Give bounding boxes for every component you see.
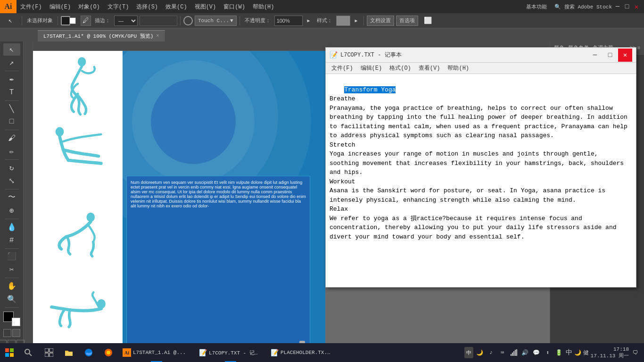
document-canvas[interactable]: Num doloreetum ven sequam ver suscipisti… [33,51,325,348]
notepad-title-bar[interactable]: 📝 L7COPY.TXT - 记事本 ─ □ ✕ [326,48,636,63]
workspace-label[interactable]: 基本功能 [526,3,547,10]
menu-effect[interactable]: 效果(C) [162,0,191,13]
menu-object[interactable]: 对象(O) [74,0,104,13]
illustrator-taskbar[interactable]: Ai L7START_1.Ai @... [119,343,194,362]
eyedropper-tool[interactable]: 💧 [3,221,20,233]
notepad-help-menu[interactable]: 帮助(H) [444,63,473,74]
notepad-format-menu[interactable]: 格式(O) [386,63,415,74]
maximize-button[interactable]: □ [623,3,631,10]
doc-settings-button[interactable]: 文档设置 [367,16,394,26]
line-pranayama3: to facilitating mental calm, when used a… [330,123,627,130]
tab-close-button[interactable]: × [156,33,159,39]
gradient-tool[interactable]: ⬛ [3,250,20,263]
taskview-button[interactable] [40,343,58,362]
notepad-view-menu[interactable]: 查看(V) [415,63,444,74]
document-tab[interactable]: L7START_1.Ai* @ 100% (CMYK/GPU 预览) × [38,30,165,41]
notepad-maximize-button[interactable]: □ [603,49,617,62]
rotate-tool[interactable]: ↻ [3,162,20,174]
notepad-window[interactable]: 📝 L7COPY.TXT - 记事本 ─ □ ✕ 文件(F) 编辑(E) 格式(… [325,47,636,288]
stroke-width-input[interactable] [140,16,177,26]
battery-icon[interactable]: 🔋 [554,348,564,357]
notepad-file-menu[interactable]: 文件(F) [328,63,357,74]
pen-tool[interactable]: ✒ [3,73,20,85]
start-button[interactable] [0,343,19,362]
ruler-vertical [24,41,33,348]
scissors-tool[interactable]: ✂ [3,263,20,276]
stamp-icon[interactable]: ⬜ [424,16,432,25]
menu-edit[interactable]: 编辑(E) [46,0,75,13]
close-button[interactable]: ✕ [633,3,640,10]
color-switcher[interactable] [3,312,20,326]
network-tray-icon[interactable] [509,348,519,357]
pencil-tool[interactable]: ✏ [3,145,20,157]
edge-icon [84,348,93,357]
touch-button[interactable]: Touch C... ▼ [195,16,237,26]
scale-tool[interactable]: ⤡ [3,175,20,187]
brush-icon[interactable]: 🖊 [81,16,91,26]
paintbrush-tool[interactable]: 🖌 [3,132,20,144]
edge-taskbar[interactable] [79,343,98,362]
notepad-edit-menu[interactable]: 编辑(E) [357,63,386,74]
hand-tool[interactable]: ✋ [3,280,20,292]
extra-tray-icon[interactable]: ⬆ [543,348,553,357]
browser-taskbar[interactable] [99,343,118,362]
preferences-button[interactable]: 首选项 [396,16,418,26]
direct-select-tool[interactable]: ↗ [3,57,20,69]
notepad1-taskbar-icon: 📝 [199,349,207,357]
toolbar: ↖ 未选择对象 🖊 描边： — Touch C... ▼ 不透明度： ▶ 样式：… [0,13,644,28]
blend-tool[interactable]: ⊕ [3,205,20,217]
type-tool[interactable]: T [3,86,20,99]
normal-mode-btn[interactable] [3,329,11,337]
select-tool[interactable]: ↖ [3,43,20,56]
keyboard-icon[interactable]: ⌨ [498,348,507,357]
opacity-label: 不透明度： [243,15,272,26]
notepad-minimize-button[interactable]: ─ [588,49,602,62]
tool-divider9 [5,307,19,308]
stroke-color-swatch[interactable] [69,17,76,24]
menu-help[interactable]: 帮助(H) [249,0,278,13]
style-swatch[interactable] [336,16,350,26]
tool-divider2 [5,100,19,101]
menu-text[interactable]: 文字(T) [104,0,133,13]
mask-mode-btn[interactable] [12,329,20,337]
file-explorer-taskbar[interactable] [59,343,78,362]
menu-file[interactable]: 文件(F) [17,0,46,13]
tool-divider8 [5,278,19,278]
menu-window[interactable]: 窗口(W) [220,0,249,13]
style-arrow-icon[interactable]: ▶ [352,16,361,26]
menu-select[interactable]: 选择(S) [132,0,162,13]
ime-cn-label[interactable]: 中 [566,348,572,357]
lorem-text-box[interactable]: Num doloreetum ven sequam ver suscipisti… [126,176,310,348]
wechat-tray-icon[interactable]: 💬 [532,348,541,357]
opacity-input[interactable] [274,16,303,26]
background-color[interactable] [12,318,20,326]
zoom-tool[interactable]: 🔍 [3,293,20,305]
fill-color-swatch[interactable] [61,16,70,25]
notepad-text-area[interactable]: Transform Yoga Breathe Pranayama, the yo… [326,74,636,287]
notepad-close-button[interactable]: ✕ [618,49,632,62]
warp-tool[interactable]: 〜 [3,191,20,204]
taskbar-search-button[interactable] [19,343,38,362]
svg-rect-5 [10,348,14,352]
svg-rect-6 [5,353,9,357]
notepad2-taskbar[interactable]: 📝 PLACEHOLDER.TX... [267,343,338,362]
stroke-select[interactable]: — [114,16,138,26]
minimize-button[interactable]: ─ [614,3,621,10]
touch-dropdown-icon[interactable]: ▼ [230,18,233,24]
opacity-arrow-icon[interactable]: ▶ [305,16,313,26]
tray-icon-1[interactable]: 🌙 [475,348,485,357]
search-stock[interactable]: 🔍 搜索 Adobe Stock [554,3,612,10]
touch-label: Touch C... [198,18,229,24]
action-center-icon[interactable]: 🗨 [631,348,640,357]
notepad1-taskbar[interactable]: 📝 L7COPY.TXT - 记... [195,343,266,362]
line-tool[interactable]: ╲ [3,103,20,115]
shape-tool[interactable]: □ [3,115,20,128]
volume-tray-icon[interactable]: 🔊 [520,348,530,357]
selection-tool-icon[interactable]: ↖ [2,14,19,28]
tray-icon-2[interactable]: ♪ [487,348,496,357]
ime-indicator[interactable]: 中 [464,347,473,358]
clock-display[interactable]: 17:18 17.11.13 周一 [591,346,629,359]
panel-menu-icon[interactable]: ≡ [637,45,640,51]
menu-view[interactable]: 视图(V) [191,0,220,13]
mesh-tool[interactable]: # [3,234,20,247]
